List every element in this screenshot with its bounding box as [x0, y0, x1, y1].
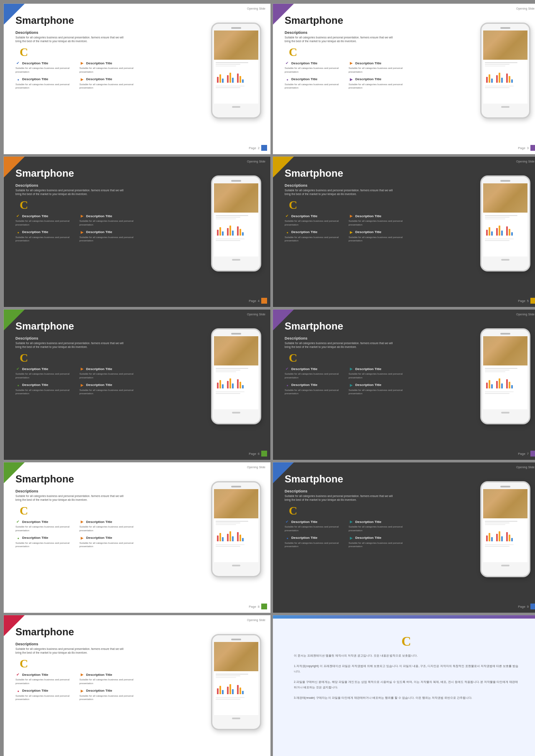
feature-grid: ✔ Description Title Suitable for all cat… — [285, 519, 406, 548]
feature-item-2: ⬥ Description Title Suitable for all cat… — [15, 383, 73, 396]
screen-line — [485, 87, 510, 88]
phone-mockup — [480, 175, 530, 271]
descriptions-section: Descriptions Suitable for all categories… — [15, 336, 183, 349]
screen-line — [485, 393, 510, 394]
feature-item-1: ▶ Description Title Suitable for all cat… — [79, 366, 137, 379]
feature-title: Description Title — [291, 520, 318, 524]
phone-screen — [214, 30, 258, 104]
slide-title: Smartphone — [285, 167, 452, 179]
page-color-box — [530, 604, 535, 609]
feature-desc: Suitable for all categories business and… — [349, 525, 406, 532]
phone-speaker — [500, 486, 510, 487]
chart-bar — [489, 380, 490, 388]
slide-title: Smartphone — [285, 473, 452, 485]
feature-title: Description Title — [22, 673, 48, 677]
feature-desc: Suitable for all categories business and… — [15, 694, 73, 701]
page-number: 2 — [258, 146, 260, 150]
chart-bar — [499, 531, 500, 541]
feature-title-row: ⬥ Description Title — [285, 77, 342, 82]
screen-line — [485, 368, 517, 369]
phone-home-button — [501, 412, 510, 414]
screen-line — [216, 524, 236, 525]
feature-title: Description Title — [355, 520, 382, 524]
feature-title-row: ▶ Description Title — [79, 688, 137, 693]
chart-bar — [491, 79, 493, 83]
chart-bar — [229, 378, 231, 388]
chart-bar — [496, 381, 498, 388]
feature-desc: Suitable for all categories business and… — [79, 388, 137, 396]
feature-desc: Suitable for all categories business and… — [349, 388, 406, 396]
feature-icon: ▶ — [79, 213, 84, 218]
screen-line — [216, 370, 240, 370]
descriptions-label: Descriptions — [285, 30, 452, 35]
feature-title: Description Title — [355, 367, 382, 371]
feature-title: Description Title — [22, 536, 48, 540]
screen-line — [485, 238, 514, 239]
chart-bar — [232, 689, 234, 694]
feature-title-row: ▶ Description Title — [79, 366, 137, 371]
slide-title: Smartphone — [285, 15, 452, 26]
descriptions-label: Descriptions — [15, 489, 183, 493]
phone-home-button — [501, 565, 510, 566]
feature-desc: Suitable for all categories business and… — [285, 219, 342, 226]
feature-desc: Suitable for all categories business and… — [349, 219, 406, 226]
page-label: Page — [249, 605, 256, 609]
chart-bar — [217, 383, 219, 388]
phone-area — [455, 469, 535, 602]
page-indicator: Page 4 — [249, 298, 267, 304]
chart-bar — [506, 379, 508, 388]
phone-speaker — [231, 486, 241, 487]
screen-line — [485, 371, 505, 372]
feature-icon: ✔ — [285, 366, 290, 371]
chart-bar — [232, 383, 234, 388]
screen-content — [483, 518, 527, 549]
screen-line — [485, 544, 514, 545]
feature-title-row: ▶ Description Title — [79, 230, 137, 235]
chart-bar — [499, 378, 500, 388]
top-bar — [273, 615, 535, 619]
descriptions-section: Descriptions Suitable for all categories… — [285, 183, 452, 196]
feature-title-row: ⬥ Description Title — [285, 230, 342, 235]
feature-item-2: ⬥ Description Title Suitable for all cat… — [15, 688, 73, 701]
page-indicator: Page 3 — [518, 145, 535, 151]
chart-bar — [486, 383, 488, 388]
feature-icon: ▶ — [349, 535, 354, 540]
phone-mockup — [211, 175, 261, 271]
phone-mockup — [211, 634, 261, 730]
page-number: 4 — [258, 299, 260, 303]
page-color-box — [261, 298, 267, 304]
screen-line — [216, 371, 236, 372]
feature-desc: Suitable for all categories business and… — [15, 541, 73, 548]
feature-icon: ⬥ — [15, 77, 20, 82]
slide-main-content: Smartphone Descriptions Suitable for all… — [285, 163, 452, 243]
feature-title: Description Title — [22, 367, 48, 371]
feature-item-2: ⬥ Description Title Suitable for all cat… — [285, 230, 342, 243]
feature-title: Description Title — [355, 214, 382, 218]
screen-line — [485, 66, 505, 66]
feature-item-0: ✔ Description Title Suitable for all cat… — [15, 61, 73, 74]
screen-line — [485, 240, 510, 241]
slide-title: Smartphone — [15, 167, 183, 179]
feature-title: Description Title — [291, 214, 318, 218]
feature-item-0: ✔ Description Title Suitable for all cat… — [285, 366, 342, 379]
feature-icon: ✔ — [285, 213, 290, 218]
slide-2: Opening Slide Smartphone Descriptions Su… — [273, 3, 535, 155]
screen-line — [485, 370, 510, 370]
feature-title-row: ⬥ Description Title — [15, 688, 73, 693]
c-logo: C — [289, 198, 452, 212]
chart-bar — [217, 535, 219, 541]
screen-line — [485, 391, 514, 392]
feature-icon: ⬥ — [15, 688, 20, 693]
phone-speaker — [231, 333, 241, 335]
screen-line — [485, 217, 510, 218]
descriptions-section: Descriptions Suitable for all categories… — [15, 642, 183, 655]
chart-bar — [219, 227, 221, 236]
chart-bar — [237, 74, 239, 83]
feature-grid: ✔ Description Title Suitable for all cat… — [15, 366, 137, 396]
feature-icon: ▶ — [79, 672, 84, 677]
chart-bar — [222, 79, 224, 83]
page-indicator: Page 2 — [249, 145, 267, 151]
chart-bar — [509, 535, 510, 541]
chart-bar — [239, 229, 241, 236]
feature-title-row: ▶ Description Title — [349, 383, 406, 388]
